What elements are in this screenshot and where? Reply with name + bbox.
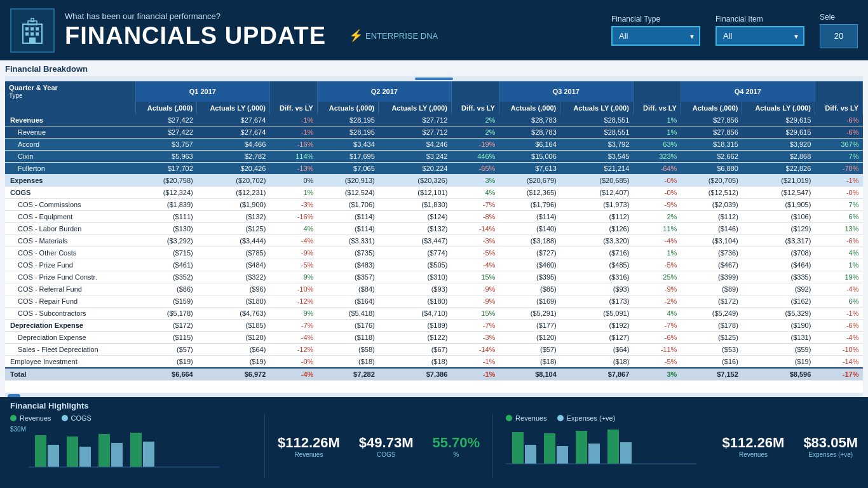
horizontal-scrollbar[interactable]: [5, 393, 863, 397]
left-chart-svg: [29, 429, 219, 470]
data-cell: $8,596: [742, 368, 815, 381]
data-cell: -5%: [633, 356, 681, 369]
table-header-row: Quarter & YearType Q1 2017 Q2 2017 Q3 20…: [5, 81, 863, 102]
data-cell: $3,545: [560, 151, 634, 163]
financial-highlights-section: Financial Highlights Revenues COGS $30M: [0, 397, 868, 488]
financial-type-select-wrapper[interactable]: All: [611, 26, 700, 46]
data-cell: ($735): [317, 247, 378, 259]
legend-cogs: COGS: [62, 414, 92, 422]
svg-rect-23: [576, 431, 587, 464]
table-row: COS - Other Costs($715)($785)-9%($735)($…: [5, 247, 863, 259]
data-cell: $28,783: [499, 114, 560, 126]
row-label-cell: Expenses: [5, 175, 135, 187]
data-cell: $7,152: [681, 368, 742, 381]
data-cell: $3,434: [317, 139, 378, 151]
data-cell: -10%: [815, 344, 862, 356]
table-row: Expenses($20,758)($20,702)0%($20,913)($2…: [5, 175, 863, 187]
data-cell: ($12,547): [742, 187, 815, 199]
data-cell: 6%: [815, 211, 862, 223]
row-label-cell: COS - Referral Fund: [5, 283, 135, 295]
data-cell: $28,783: [499, 126, 560, 139]
brand-name: ENTERPRISE DNA: [365, 31, 438, 41]
legend-revenues2-label: Revenues: [515, 414, 547, 422]
col-q2-actuals: Actuals (,000): [317, 102, 378, 114]
data-cell: ($92): [742, 283, 815, 295]
data-cell: -6%: [815, 126, 862, 139]
data-cell: ($5,178): [135, 308, 196, 320]
data-cell: $27,674: [197, 114, 270, 126]
row-label-cell: COS - Materials: [5, 235, 135, 247]
data-cell: -5%: [633, 259, 681, 271]
data-cell: $20,426: [197, 163, 270, 175]
data-cell: ($59): [742, 344, 815, 356]
data-cell: 2%: [451, 114, 499, 126]
row-label-cell: Accord: [5, 139, 135, 151]
data-cell: ($1,900): [197, 199, 270, 211]
data-cell: -1%: [451, 368, 499, 381]
data-cell: -4%: [633, 235, 681, 247]
divider-2: [492, 414, 493, 478]
data-cell: ($20,679): [499, 175, 560, 187]
data-cell: ($19): [742, 356, 815, 369]
revenues-dot: [10, 415, 17, 421]
data-cell: 1%: [633, 126, 681, 139]
data-cell: ($120): [197, 332, 270, 344]
stat-pct: 55.70% %: [432, 435, 480, 458]
data-cell: -0%: [633, 175, 681, 187]
data-cell: ($310): [379, 271, 452, 283]
financial-type-select[interactable]: All: [611, 26, 700, 46]
table-row: COS - Referral Fund($86)($96)-10%($84)($…: [5, 283, 863, 295]
data-cell: ($176): [317, 320, 378, 332]
financial-item-select-wrapper[interactable]: All: [715, 26, 804, 46]
data-cell: -70%: [815, 163, 862, 175]
table-row: COS - Prize Fund($461)($484)-5%($483)($5…: [5, 259, 863, 271]
data-cell: $27,712: [379, 114, 452, 126]
data-cell: $4,466: [197, 139, 270, 151]
scroll-bar[interactable]: [415, 78, 453, 80]
financial-breakdown-section: Financial Breakdown Quarter & YearType Q…: [0, 60, 868, 397]
data-cell: $3,920: [742, 139, 815, 151]
divider-1: [264, 414, 265, 478]
data-cell: -12%: [269, 344, 317, 356]
sele-value[interactable]: 20: [820, 24, 858, 48]
svg-rect-12: [67, 437, 78, 467]
data-cell: ($12,324): [135, 187, 196, 199]
data-cell: ($96): [197, 283, 270, 295]
data-cell: ($111): [135, 211, 196, 223]
table-row: COS - Subcontractors($5,178)($4,763)9%($…: [5, 308, 863, 320]
data-cell: ($53): [681, 344, 742, 356]
data-cell: ($146): [681, 223, 742, 235]
data-cell: ($20,705): [681, 175, 742, 187]
data-cell: ($125): [197, 223, 270, 235]
data-cell: -6%: [815, 320, 862, 332]
data-cell: $20,224: [379, 163, 452, 175]
data-cell: -64%: [633, 163, 681, 175]
sele-filter: Sele 20: [820, 13, 858, 48]
data-cell: ($164): [317, 295, 378, 308]
data-cell: ($159): [135, 295, 196, 308]
data-cell: 4%: [269, 223, 317, 235]
data-cell: ($19): [197, 356, 270, 369]
data-cell: 9%: [269, 308, 317, 320]
col-q4-ly: Actuals LY (,000): [742, 102, 815, 114]
scroll-indicator: [5, 76, 863, 81]
financial-item-select[interactable]: All: [715, 26, 804, 46]
data-cell: $22,826: [742, 163, 815, 175]
data-cell: 1%: [633, 114, 681, 126]
col-q1-actuals: Actuals (,000): [135, 102, 196, 114]
data-cell: ($67): [379, 344, 452, 356]
data-cell: ($93): [560, 283, 634, 295]
data-cell: $6,164: [499, 139, 560, 151]
financial-type-label: Financial Type: [611, 15, 700, 24]
legend-cogs-label: COGS: [71, 414, 92, 422]
data-cell: ($131): [742, 332, 815, 344]
stat-cogs-total: $49.73M COGS: [359, 435, 414, 458]
table-wrapper[interactable]: Quarter & YearType Q1 2017 Q2 2017 Q3 20…: [5, 81, 863, 393]
data-cell: 15%: [451, 271, 499, 283]
data-cell: ($58): [317, 344, 378, 356]
row-label-cell: COS - Prize Fund: [5, 259, 135, 271]
data-cell: $15,006: [499, 151, 560, 163]
data-cell: ($115): [135, 332, 196, 344]
data-cell: 4%: [815, 247, 862, 259]
hscroll-thumb[interactable]: [8, 394, 20, 397]
